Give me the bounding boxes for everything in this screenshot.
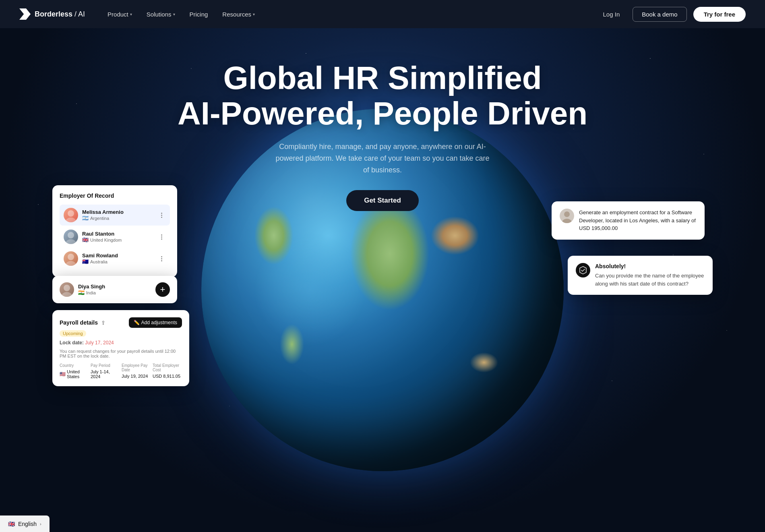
language-selector[interactable]: 🇬🇧 English › xyxy=(0,515,50,532)
flag-australia: 🇦🇺 xyxy=(82,259,89,265)
col-pay-period: Pay Period July 1-14, 2024 xyxy=(91,363,120,379)
svg-point-6 xyxy=(66,261,76,266)
employee-item-melissa[interactable]: Melissa Armenio 🇦🇷 Argentina xyxy=(60,205,170,226)
flag-uk: 🇬🇧 xyxy=(82,237,89,243)
employee-item-raul[interactable]: Raul Stanton 🇬🇧 United Kingdom xyxy=(60,226,170,247)
logo-wordmark: Borderless / AI xyxy=(35,10,85,19)
language-label: English xyxy=(18,521,37,527)
flag-us: 🇺🇸 xyxy=(60,371,66,377)
employee-name-raul: Raul Stanton xyxy=(82,231,153,237)
avatar-sami xyxy=(64,251,78,266)
employee-name-sami: Sami Rowland xyxy=(82,253,153,259)
lock-date: July 17, 2024 xyxy=(85,340,114,346)
payroll-description: You can request changes for your payroll… xyxy=(60,349,182,358)
employee-country-sami: 🇦🇺 Australia xyxy=(82,259,153,265)
employee-name-diya: Diya Singh xyxy=(78,284,151,290)
hero-title: Global HR Simplified AI-Powered, People … xyxy=(0,60,765,131)
navbar-left: Borderless / AI Product ▾ Solutions ▾ Pr… xyxy=(19,8,261,21)
total-cost-value: USD 8,911.05 xyxy=(153,374,182,379)
employee-name-melissa: Melissa Armenio xyxy=(82,209,153,215)
ai-response-heading: Absolutely! xyxy=(595,263,705,269)
flag-uk-footer: 🇬🇧 xyxy=(8,521,15,527)
avatar-diya xyxy=(60,282,74,297)
login-button[interactable]: Log In xyxy=(597,8,626,21)
employee-info-sami: Sami Rowland 🇦🇺 Australia xyxy=(82,253,153,265)
employee-info-raul: Raul Stanton 🇬🇧 United Kingdom xyxy=(82,231,153,243)
employee-country-melissa: 🇦🇷 Argentina xyxy=(82,215,153,221)
svg-point-4 xyxy=(66,239,76,244)
svg-point-2 xyxy=(66,217,76,222)
employee-more-sami[interactable] xyxy=(157,254,166,263)
language-chevron-icon: › xyxy=(40,522,41,526)
status-badge: Upcoming xyxy=(60,330,86,337)
svg-point-3 xyxy=(68,232,74,238)
add-adjustments-button[interactable]: ✏️ Add adjustments xyxy=(129,317,182,328)
employee-more-melissa[interactable] xyxy=(157,211,166,219)
hero-content: Global HR Simplified AI-Powered, People … xyxy=(0,28,765,211)
col-pay-date: Employee Pay Date July 19, 2024 xyxy=(122,363,151,379)
nav-pricing[interactable]: Pricing xyxy=(183,8,215,21)
nav-product[interactable]: Product ▾ xyxy=(101,8,139,21)
payroll-card: Payroll details ⇪ ✏️ Add adjustments Upc… xyxy=(52,310,189,386)
book-demo-button[interactable]: Book a demo xyxy=(633,7,686,22)
solutions-chevron-icon: ▾ xyxy=(173,12,175,17)
svg-point-5 xyxy=(68,254,74,260)
employee-more-raul[interactable] xyxy=(157,232,166,241)
employee-info-diya: Diya Singh 🇮🇳 India xyxy=(78,284,151,296)
user-avatar-ai xyxy=(560,209,574,223)
employer-card-title: Employer Of Record xyxy=(60,193,170,199)
pay-period-value: July 1-14, 2024 xyxy=(91,369,120,379)
add-employee-button[interactable]: + xyxy=(155,282,170,297)
col-total-cost: Total Employer Cost USD 8,911.05 xyxy=(153,363,182,379)
ai-bot-icon xyxy=(576,263,590,277)
logo[interactable]: Borderless / AI xyxy=(19,8,85,20)
product-chevron-icon: ▾ xyxy=(130,12,132,17)
country-value: United States xyxy=(67,369,89,379)
flag-argentina: 🇦🇷 xyxy=(82,215,89,221)
logo-icon xyxy=(19,8,31,20)
svg-point-10 xyxy=(564,211,570,217)
edit-icon: ✏️ xyxy=(134,320,140,325)
ai-response-card: Absolutely! Can you provide me the name … xyxy=(568,256,713,295)
ai-response-body: Can you provide me the name of the emplo… xyxy=(595,272,705,288)
nav-links: Product ▾ Solutions ▾ Pricing Resources … xyxy=(101,8,261,21)
pay-date-value: July 19, 2024 xyxy=(122,374,151,379)
svg-point-1 xyxy=(68,210,74,217)
payroll-lock-info: Lock date: July 17, 2024 xyxy=(60,340,182,346)
resources-chevron-icon: ▾ xyxy=(253,12,255,17)
nav-solutions[interactable]: Solutions ▾ xyxy=(140,8,182,21)
payroll-share-icon[interactable]: ⇪ xyxy=(101,320,105,326)
employee-country-diya: 🇮🇳 India xyxy=(78,290,151,296)
avatar-raul xyxy=(64,230,78,244)
employer-of-record-card: Employer Of Record Melissa Armenio 🇦🇷 Ar… xyxy=(52,185,177,277)
ai-prompt-card: Generate an employment contract for a So… xyxy=(552,201,705,240)
employee-country-raul: 🇬🇧 United Kingdom xyxy=(82,237,153,243)
payroll-header: Payroll details ⇪ ✏️ Add adjustments xyxy=(60,317,182,328)
ai-prompt-text: Generate an employment contract for a So… xyxy=(579,209,697,232)
navbar: Borderless / AI Product ▾ Solutions ▾ Pr… xyxy=(0,0,765,28)
avatar-melissa xyxy=(64,208,78,222)
svg-point-8 xyxy=(62,292,72,297)
col-country: Country 🇺🇸 United States xyxy=(60,363,89,379)
hero-subtitle: Compliantly hire, manage, and pay anyone… xyxy=(274,141,491,176)
navbar-right: Log In Book a demo Try for free xyxy=(597,7,746,22)
flag-india: 🇮🇳 xyxy=(78,290,85,296)
diya-singh-card: Diya Singh 🇮🇳 India + xyxy=(52,276,177,303)
get-started-button[interactable]: Get Started xyxy=(346,190,419,211)
svg-point-7 xyxy=(64,285,70,291)
ai-response-content: Absolutely! Can you provide me the name … xyxy=(595,263,705,288)
try-free-button[interactable]: Try for free xyxy=(693,7,746,22)
employee-item-sami[interactable]: Sami Rowland 🇦🇺 Australia xyxy=(60,248,170,269)
hero-section: Global HR Simplified AI-Powered, People … xyxy=(0,28,765,532)
employee-info-melissa: Melissa Armenio 🇦🇷 Argentina xyxy=(82,209,153,221)
nav-resources[interactable]: Resources ▾ xyxy=(216,8,261,21)
payroll-title: Payroll details xyxy=(60,319,98,326)
payroll-table: Country 🇺🇸 United States Pay Period July… xyxy=(60,363,182,379)
